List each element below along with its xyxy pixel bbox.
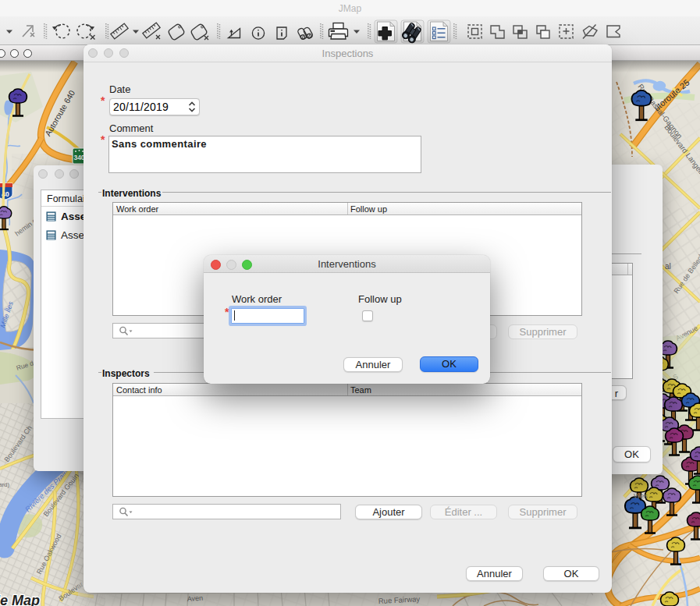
svg-text:Wes: Wes	[634, 492, 648, 500]
svg-text:gle Map: gle Map	[0, 593, 40, 606]
svg-text:al: al	[665, 262, 671, 271]
svg-text:ard): ard)	[0, 481, 10, 488]
svg-text:Aven: Aven	[187, 594, 203, 603]
